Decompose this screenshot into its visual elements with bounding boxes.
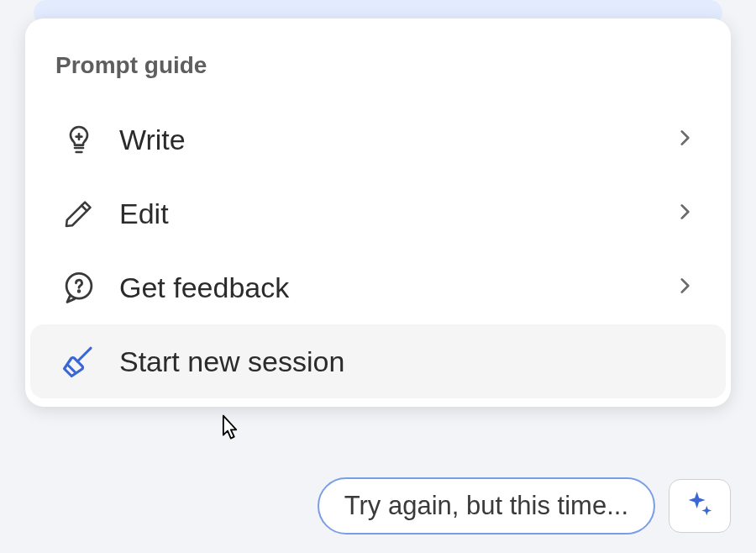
chevron-right-icon <box>674 127 696 152</box>
sparkle-icon <box>683 487 717 524</box>
menu-item-write[interactable]: Write <box>30 103 726 176</box>
menu-item-edit[interactable]: Edit <box>30 176 726 250</box>
chevron-right-icon <box>674 275 696 300</box>
menu-item-label: Start new session <box>119 345 696 378</box>
menu-item-label: Edit <box>119 198 674 230</box>
menu-item-label: Get feedback <box>119 271 674 304</box>
chevron-right-icon <box>674 201 696 226</box>
menu-item-start-new-session[interactable]: Start new session <box>30 324 726 398</box>
svg-point-1 <box>78 291 80 292</box>
try-again-label: Try again, but this time... <box>344 491 628 520</box>
bottom-bar: Try again, but this time... <box>318 477 731 535</box>
pencil-icon <box>60 195 97 232</box>
sparkle-button[interactable] <box>669 479 731 533</box>
chat-question-icon <box>60 269 97 306</box>
lightbulb-icon <box>60 121 97 158</box>
try-again-button[interactable]: Try again, but this time... <box>318 477 655 535</box>
menu-item-get-feedback[interactable]: Get feedback <box>30 250 726 324</box>
menu-title: Prompt guide <box>25 52 731 103</box>
menu-item-label: Write <box>119 124 674 156</box>
broom-icon <box>60 343 97 380</box>
prompt-guide-menu: Prompt guide Write Edit <box>25 18 731 407</box>
mouse-pointer-icon <box>214 413 241 447</box>
